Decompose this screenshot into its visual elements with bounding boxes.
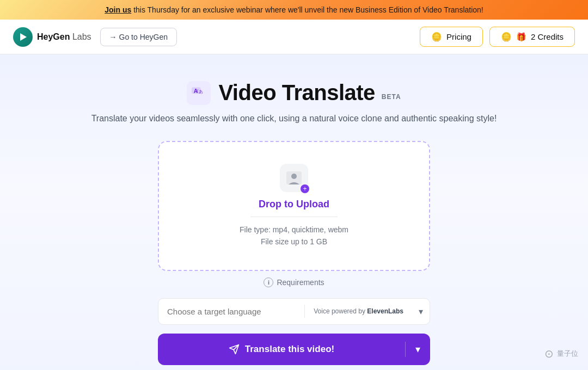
banner-message: this Thursday for an exclusive webinar w… [133,5,483,14]
translate-button-row: Translate this video! ▾ [158,334,430,365]
subtitle: Translate your videos seamlessly with on… [91,114,497,124]
watermark: ⊙ 量子位 [544,347,578,360]
svg-point-5 [291,174,297,179]
watermark-label: 量子位 [557,349,578,359]
elevenlabs-brand: ElevenLabs [367,307,403,315]
upload-divider [250,217,338,217]
wechat-icon: ⊙ [544,347,554,360]
upload-dropzone[interactable]: + Drop to Upload File type: mp4, quickti… [158,141,430,271]
header-left: HeyGen Labs → Go to HeyGen [13,27,177,47]
translate-icon: A / あ [191,85,206,101]
gift-icon: 🎁 [516,32,526,42]
promo-banner: Join us this Thursday for an exclusive w… [0,0,588,20]
upload-title: Drop to Upload [259,199,329,210]
svg-text:あ: あ [199,89,203,94]
page-title: Video Translate [218,81,375,105]
upload-description: File type: mp4, quicktime, webm File siz… [240,224,348,248]
pricing-button[interactable]: 🪙 Pricing [420,27,483,47]
language-dropdown-button[interactable]: ▾ [412,299,430,324]
play-icon [20,33,27,41]
translate-button-label: Translate this video! [245,344,334,355]
translate-dropdown-button[interactable]: ▾ [406,334,430,365]
credits-label: 2 Credits [531,32,564,41]
logo-icon [13,27,33,47]
header: HeyGen Labs → Go to HeyGen 🪙 Pricing 🪙 🎁… [0,20,588,54]
page-title-area: A / あ Video Translate BETA [187,81,401,105]
voice-powered-text: Voice powered by ElevenLabs [305,300,412,323]
pricing-label: Pricing [446,32,471,41]
upload-plus-icon: + [301,184,309,193]
credits-button[interactable]: 🪙 🎁 2 Credits [489,27,575,47]
beta-badge: BETA [382,93,401,101]
translate-button[interactable]: Translate this video! [158,334,405,365]
header-right: 🪙 Pricing 🪙 🎁 2 Credits [420,27,575,47]
info-icon: i [264,278,273,287]
translate-icon-box: A / あ [187,81,211,105]
pricing-coin-icon: 🪙 [431,32,442,42]
upload-icon: + [280,164,308,192]
file-size: File size up to 1 GB [240,236,348,248]
logo[interactable]: HeyGen Labs [13,27,91,47]
language-input[interactable] [158,299,304,324]
main-content: A / あ Video Translate BETA Translate you… [0,54,588,370]
requirements-label: Requirements [277,278,324,287]
goto-heygen-button[interactable]: → Go to HeyGen [100,28,177,46]
credits-coin-icon: 🪙 [501,32,512,42]
requirements-link[interactable]: i Requirements [264,278,324,287]
file-types: File type: mp4, quicktime, webm [240,224,348,236]
person-upload-icon [284,168,304,188]
send-icon [229,344,240,355]
language-selector[interactable]: Voice powered by ElevenLabs ▾ [158,298,430,325]
logo-text: HeyGen Labs [37,32,91,42]
banner-link[interactable]: Join us [105,5,131,14]
